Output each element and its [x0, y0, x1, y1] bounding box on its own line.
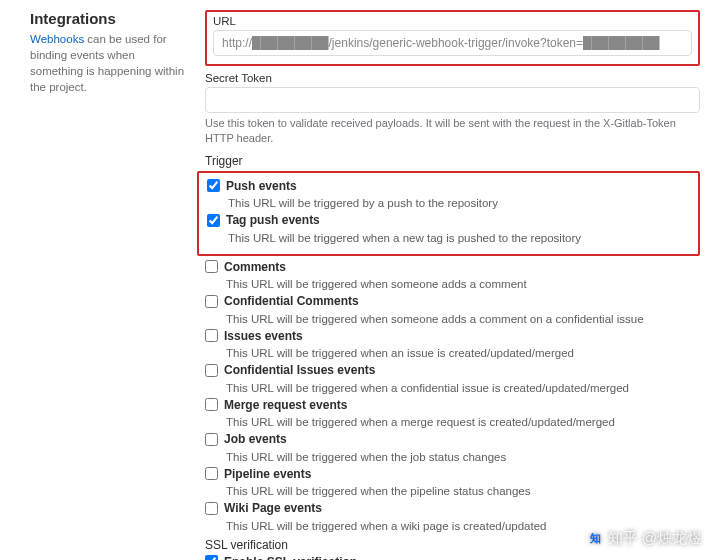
sidebar-description: Webhooks can be used for binding events … [30, 31, 185, 95]
trigger-row-rest-6: Pipeline eventsThis URL will be triggere… [205, 467, 700, 498]
sidebar-heading: Integrations [30, 10, 185, 27]
trigger-checkbox[interactable] [205, 364, 218, 377]
trigger-checkbox-label[interactable]: Issues events [205, 329, 303, 343]
trigger-description: This URL will be triggered when the pipe… [226, 485, 700, 497]
secret-token-hint: Use this token to validate received payl… [205, 116, 700, 146]
trigger-checkbox[interactable] [205, 467, 218, 480]
trigger-checkbox[interactable] [207, 179, 220, 192]
trigger-checkbox-label[interactable]: Merge request events [205, 398, 347, 412]
trigger-checkbox-label[interactable]: Wiki Page events [205, 501, 322, 515]
trigger-row-rest-5: Job eventsThis URL will be triggered whe… [205, 432, 700, 463]
trigger-row-rest-1: Confidential CommentsThis URL will be tr… [205, 294, 700, 325]
trigger-checkbox-label[interactable]: Confidential Comments [205, 294, 359, 308]
trigger-checkbox[interactable] [205, 433, 218, 446]
trigger-heading: Trigger [205, 154, 700, 168]
trigger-checkbox-label[interactable]: Confidential Issues events [205, 363, 375, 377]
secret-token-group: Secret Token Use this token to validate … [205, 72, 700, 146]
trigger-description: This URL will be triggered when a merge … [226, 416, 700, 428]
trigger-checkbox-label[interactable]: Push events [207, 179, 297, 193]
url-label: URL [213, 15, 692, 27]
trigger-checkbox[interactable] [205, 502, 218, 515]
trigger-description: This URL will be triggered when an issue… [226, 347, 700, 359]
trigger-checkbox[interactable] [205, 398, 218, 411]
ssl-checkbox-label[interactable]: Enable SSL verification [205, 555, 357, 560]
ssl-row: Enable SSL verification [205, 555, 700, 560]
trigger-description: This URL will be triggered when the job … [226, 451, 700, 463]
secret-token-input[interactable] [205, 87, 700, 113]
trigger-checkbox-label[interactable]: Comments [205, 260, 286, 274]
trigger-description: This URL will be triggered when a confid… [226, 382, 700, 394]
trigger-row-rest-0: CommentsThis URL will be triggered when … [205, 260, 700, 291]
url-highlight-box: URL [205, 10, 700, 66]
ssl-heading: SSL verification [205, 538, 700, 552]
trigger-row-boxed-0: Push eventsThis URL will be triggered by… [207, 179, 690, 210]
trigger-description: This URL will be triggered when someone … [226, 278, 700, 290]
trigger-row-rest-7: Wiki Page eventsThis URL will be trigger… [205, 501, 700, 532]
trigger-description: This URL will be triggered when a new ta… [228, 232, 690, 244]
trigger-checkbox[interactable] [205, 295, 218, 308]
trigger-highlight-box: Push eventsThis URL will be triggered by… [197, 171, 700, 256]
webhook-form: URL Secret Token Use this token to valid… [205, 10, 700, 560]
trigger-checkbox-label[interactable]: Job events [205, 432, 287, 446]
trigger-checkbox-label[interactable]: Tag push events [207, 213, 320, 227]
ssl-checkbox[interactable] [205, 555, 218, 560]
trigger-checkbox[interactable] [205, 329, 218, 342]
trigger-checkbox[interactable] [205, 260, 218, 273]
secret-token-label: Secret Token [205, 72, 700, 84]
trigger-description: This URL will be triggered by a push to … [228, 197, 690, 209]
webhooks-link[interactable]: Webhooks [30, 33, 84, 45]
url-input[interactable] [213, 30, 692, 56]
integrations-sidebar: Integrations Webhooks can be used for bi… [30, 10, 205, 560]
trigger-row-rest-2: Issues eventsThis URL will be triggered … [205, 329, 700, 360]
trigger-checkbox[interactable] [207, 214, 220, 227]
trigger-row-boxed-1: Tag push eventsThis URL will be triggere… [207, 213, 690, 244]
trigger-row-rest-3: Confidential Issues eventsThis URL will … [205, 363, 700, 394]
trigger-description: This URL will be triggered when a wiki p… [226, 520, 700, 532]
trigger-rest: CommentsThis URL will be triggered when … [205, 260, 700, 532]
trigger-checkbox-label[interactable]: Pipeline events [205, 467, 311, 481]
trigger-description: This URL will be triggered when someone … [226, 313, 700, 325]
trigger-row-rest-4: Merge request eventsThis URL will be tri… [205, 398, 700, 429]
